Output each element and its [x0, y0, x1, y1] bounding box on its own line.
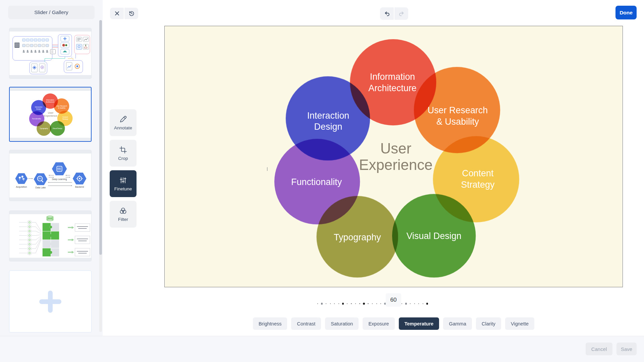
- slider-tick: [359, 303, 360, 304]
- ux-venn-diagram-image: InformationArchitectureUser Research& Us…: [165, 26, 623, 287]
- svg-text:Strategy: Strategy: [461, 180, 495, 190]
- slider-value: 60: [386, 293, 401, 307]
- svg-text:Data Lake: Data Lake: [36, 186, 46, 189]
- undo-button[interactable]: [380, 7, 394, 20]
- plus-icon: [39, 291, 61, 313]
- letterbox-strip: [9, 150, 91, 154]
- tool-filter-button[interactable]: Filter: [110, 201, 137, 228]
- tool-label: Annotate: [114, 125, 132, 130]
- slider-tick: [363, 303, 365, 305]
- svg-text:Architecture: Architecture: [46, 101, 55, 103]
- letterbox-strip: [9, 75, 91, 78]
- svg-text:Typography: Typography: [40, 128, 48, 129]
- architecture-diagram-preview: [9, 32, 91, 75]
- svg-text:Architecture: Architecture: [368, 83, 417, 93]
- slider-tick: [321, 303, 323, 305]
- tool-crop-button[interactable]: Crop: [110, 140, 137, 167]
- temperature-slider[interactable]: 60: [312, 292, 436, 309]
- slider-tick: [423, 303, 423, 304]
- sliders-icon: [119, 176, 127, 184]
- slider-tick: [405, 303, 407, 305]
- redo-icon: [398, 10, 405, 17]
- finetune-option-brightness[interactable]: Brightness: [253, 317, 287, 330]
- slider-tick: [330, 303, 331, 304]
- letterbox-strip: [9, 258, 91, 261]
- cancel-button[interactable]: Cancel: [586, 343, 612, 355]
- save-button[interactable]: Save: [616, 343, 637, 355]
- svg-text:Deep Learning: Deep Learning: [52, 178, 67, 181]
- finetune-option-exposure[interactable]: Exposure: [363, 317, 394, 330]
- svg-text:Strategy: Strategy: [62, 118, 68, 120]
- letterbox-strip: [9, 211, 91, 214]
- svg-text:& Usability: & Usability: [58, 107, 66, 109]
- filter-circles-icon: [119, 207, 127, 215]
- finetune-option-gamma[interactable]: Gamma: [443, 317, 472, 330]
- puzzle-diagram-preview: [9, 214, 91, 258]
- slider-tick: [342, 303, 344, 305]
- svg-text:Functionality: Functionality: [291, 177, 342, 187]
- footer-bar: Cancel Save: [0, 336, 644, 362]
- svg-text:Experience: Experience: [359, 157, 433, 173]
- slider-tick: [351, 303, 352, 304]
- close-button[interactable]: [110, 8, 124, 19]
- tool-label: Finetune: [114, 186, 132, 191]
- finetune-option-temperature[interactable]: Temperature: [399, 317, 439, 330]
- letterbox-strip: [9, 197, 91, 201]
- tool-label: Filter: [118, 217, 128, 222]
- slider-tick: [414, 303, 415, 304]
- svg-text:Visual Design: Visual Design: [407, 231, 462, 241]
- finetune-option-saturation[interactable]: Saturation: [325, 317, 359, 330]
- svg-text:User: User: [48, 111, 54, 114]
- svg-text:Typography: Typography: [334, 232, 381, 242]
- finetune-option-vignette[interactable]: Vignette: [505, 317, 534, 330]
- svg-text:Visual Design: Visual Design: [53, 128, 62, 129]
- svg-text:Content: Content: [462, 168, 494, 178]
- edited-image-canvas: InformationArchitectureUser Research& Us…: [164, 26, 623, 287]
- close-icon: [114, 11, 120, 16]
- slider-tick: [426, 303, 428, 305]
- done-button[interactable]: Done: [615, 6, 637, 19]
- slider-tick: [334, 303, 335, 304]
- slider-tick: [355, 303, 356, 304]
- thumbnail-add-slide[interactable]: [9, 270, 92, 333]
- finetune-option-contrast[interactable]: Contrast: [291, 317, 321, 330]
- slider-tick: [368, 303, 368, 304]
- crop-icon: [119, 146, 127, 154]
- finetune-option-clarity[interactable]: Clarity: [476, 317, 501, 330]
- svg-text:User: User: [380, 140, 412, 157]
- svg-text:Experience: Experience: [44, 114, 57, 117]
- svg-text:Design: Design: [36, 108, 41, 110]
- ux-venn-diagram-preview: InformationArchitectureUser Research& Us…: [10, 91, 91, 138]
- finetune-options: BrightnessContrastSaturationExposureTemp…: [164, 317, 623, 330]
- svg-text:Functionality: Functionality: [32, 118, 41, 120]
- thumbnail-ux-venn-diagram[interactable]: InformationArchitectureUser Research& Us…: [9, 87, 92, 142]
- svg-text:Acquisition: Acquisition: [16, 186, 27, 188]
- slider-tick: [317, 303, 318, 304]
- thumbnail-hexagon-flow[interactable]: AcquisitionData LakeDeep LearningBackend: [9, 150, 92, 201]
- thumbnail-architecture-diagram[interactable]: [9, 28, 92, 79]
- slider-tick: [326, 303, 326, 304]
- reset-history-button[interactable]: [124, 8, 138, 19]
- svg-text:& Usability: & Usability: [436, 117, 479, 127]
- slider-tick: [338, 303, 339, 304]
- letterbox-strip: [10, 87, 91, 91]
- tool-finetune-button[interactable]: Finetune: [110, 170, 137, 197]
- redo-button[interactable]: [394, 7, 408, 20]
- sidebar-scrollbar[interactable]: [99, 20, 102, 332]
- tool-annotate-button[interactable]: Annotate: [110, 109, 137, 136]
- slider-tick: [418, 303, 419, 304]
- svg-text:Interaction: Interaction: [35, 106, 43, 108]
- pencil-icon: [119, 115, 127, 123]
- hexagon-flow-preview: AcquisitionData LakeDeep LearningBackend: [9, 154, 91, 197]
- undo-icon: [384, 10, 390, 17]
- letterbox-strip: [9, 28, 91, 32]
- svg-text:Backend: Backend: [75, 186, 84, 188]
- image-editor: Slider / Gallery InformationArchitecture…: [0, 0, 644, 362]
- scrollbar-thumb[interactable]: [99, 20, 102, 255]
- svg-text:Design: Design: [314, 122, 342, 132]
- thumbnail-puzzle-diagram[interactable]: [9, 210, 92, 261]
- tool-label: Crop: [118, 156, 128, 161]
- svg-text:User Research: User Research: [428, 105, 488, 115]
- sidebar-title: Slider / Gallery: [8, 6, 95, 19]
- slider-tick: [410, 303, 411, 304]
